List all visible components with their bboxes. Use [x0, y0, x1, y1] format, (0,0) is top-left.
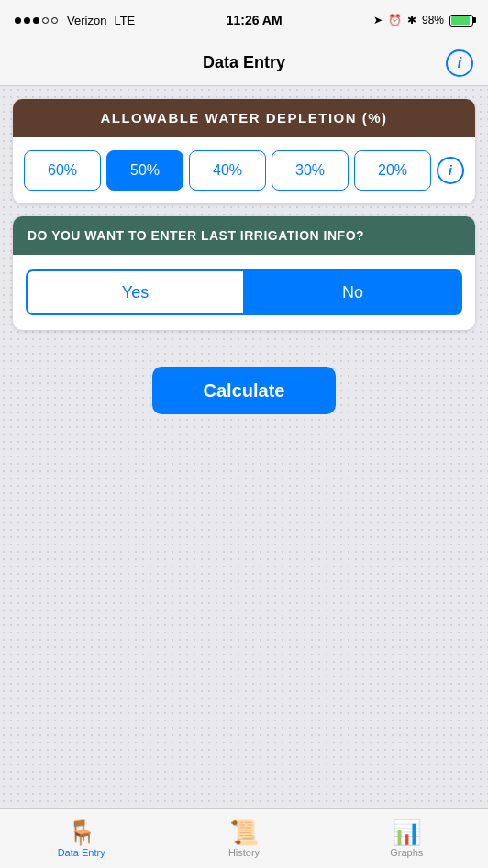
irrigation-header: Do you want to enter Last Irrigation Inf… [13, 216, 475, 255]
nav-bar: Data Entry i [0, 40, 488, 86]
tab-data-entry[interactable]: 🪑 Data Entry [0, 809, 162, 868]
graphs-icon: 📊 [392, 820, 421, 844]
status-left: Verizon LTE [15, 14, 135, 27]
status-right: ➤ ⏰ ✱ 98% [373, 14, 473, 27]
battery-icon [449, 15, 473, 27]
tab-graphs-label: Graphs [390, 847, 423, 858]
tab-history[interactable]: 📜 History [162, 809, 325, 868]
tab-graphs[interactable]: 📊 Graphs [326, 809, 488, 868]
data-entry-icon: 🪑 [67, 820, 96, 844]
calculate-container: Calculate [13, 367, 475, 433]
water-depletion-header: Allowable Water Depletion (%) [13, 99, 475, 137]
nav-info-button[interactable]: i [446, 49, 473, 77]
yes-button[interactable]: Yes [26, 269, 245, 315]
pct-30-button[interactable]: 30% [272, 150, 349, 191]
percentage-row: 60% 50% 40% 30% 20% i [13, 137, 475, 203]
signal-icon [15, 17, 58, 24]
pct-50-button[interactable]: 50% [106, 150, 183, 191]
carrier-label: Verizon [67, 14, 106, 27]
status-bar: Verizon LTE 11:26 AM ➤ ⏰ ✱ 98% [0, 0, 488, 40]
water-depletion-card: Allowable Water Depletion (%) 60% 50% 40… [13, 99, 475, 203]
depletion-info-button[interactable]: i [437, 157, 464, 184]
network-label: LTE [114, 14, 135, 27]
pct-20-button[interactable]: 20% [354, 150, 431, 191]
alarm-icon: ⏰ [388, 14, 402, 27]
bluetooth-icon: ✱ [407, 14, 416, 27]
location-icon: ➤ [373, 14, 383, 27]
page-title: Data Entry [203, 53, 285, 72]
tab-history-label: History [228, 847, 260, 858]
tab-bar: 🪑 Data Entry 📜 History 📊 Graphs [0, 808, 488, 868]
no-button[interactable]: No [245, 269, 462, 315]
pct-40-button[interactable]: 40% [189, 150, 266, 191]
main-content: Allowable Water Depletion (%) 60% 50% 40… [0, 86, 488, 808]
yes-no-row: Yes No [13, 255, 475, 330]
pct-60-button[interactable]: 60% [24, 150, 101, 191]
tab-data-entry-label: Data Entry [58, 847, 105, 858]
irrigation-card: Do you want to enter Last Irrigation Inf… [13, 216, 475, 330]
history-icon: 📜 [229, 820, 259, 844]
time-label: 11:26 AM [227, 13, 283, 27]
calculate-button[interactable]: Calculate [152, 367, 336, 414]
battery-label: 98% [422, 14, 444, 27]
